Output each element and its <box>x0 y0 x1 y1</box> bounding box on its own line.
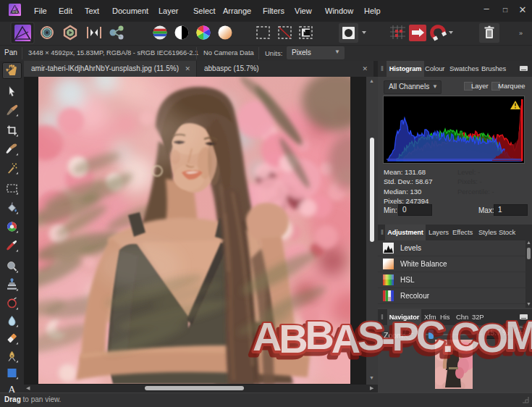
svg-text:ABBAS-PC.COM: ABBAS-PC.COM <box>253 312 532 361</box>
svg-text:»: » <box>519 30 523 37</box>
svg-text:BETA: BETA <box>12 11 18 14</box>
